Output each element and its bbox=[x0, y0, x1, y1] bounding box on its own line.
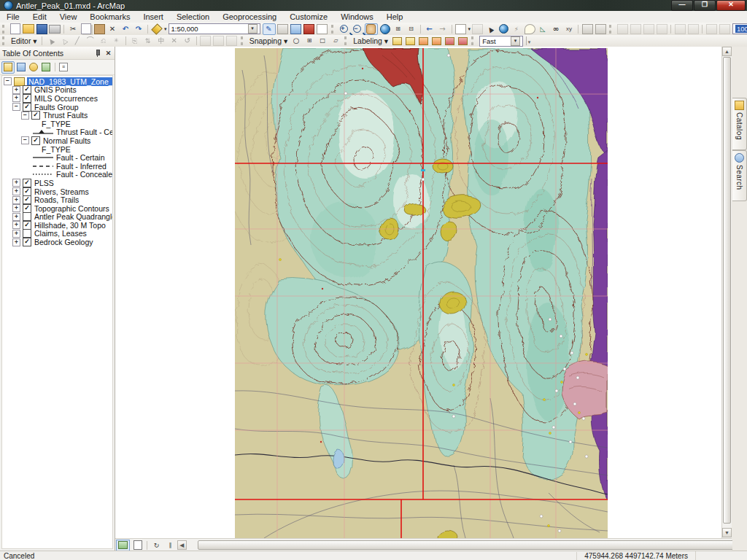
horizontal-scrollbar[interactable] bbox=[187, 540, 721, 551]
collapse-icon[interactable]: − bbox=[12, 103, 20, 111]
dataframe-label[interactable]: NAD_1983_UTM_Zone_11N bbox=[27, 77, 113, 86]
list-by-source-button[interactable] bbox=[15, 62, 27, 73]
delete-icon[interactable]: ✕ bbox=[107, 24, 118, 34]
clear-selection-button[interactable] bbox=[471, 24, 483, 34]
layer-checkbox[interactable] bbox=[23, 187, 31, 196]
sketch-properties-button[interactable] bbox=[213, 36, 225, 46]
magnifier-window-button[interactable] bbox=[595, 24, 606, 34]
layer-checkbox[interactable] bbox=[23, 212, 31, 221]
toc-symbol-fault-inferred[interactable]: Fault - Inferred bbox=[4, 162, 112, 171]
forward-extent-button[interactable]: → bbox=[437, 24, 449, 34]
layout-zoom-percent-combo[interactable]: 100% ▾ bbox=[732, 23, 747, 34]
go-to-xy-button[interactable]: xy bbox=[563, 24, 575, 34]
new-document-button[interactable] bbox=[9, 24, 21, 34]
layer-checkbox[interactable] bbox=[23, 179, 31, 187]
layout-toggle-draft-button[interactable] bbox=[705, 24, 717, 34]
layout-zoom-whole-page-button[interactable] bbox=[656, 24, 667, 34]
menu-geoprocessing[interactable]: Geoprocessing bbox=[216, 12, 283, 21]
html-popup-button[interactable] bbox=[524, 24, 535, 34]
label-priority-button[interactable] bbox=[404, 36, 416, 46]
point-midpoint-button[interactable]: ✳ bbox=[111, 36, 123, 46]
reshape-button[interactable]: ⎘ bbox=[129, 36, 141, 46]
labeling-menu-button[interactable]: Labeling ▾ bbox=[351, 36, 390, 45]
zoom-out-button[interactable]: − bbox=[352, 24, 363, 34]
expand-icon[interactable]: + bbox=[12, 179, 20, 187]
close-button[interactable]: ✕ bbox=[716, 0, 746, 11]
label-weight-button[interactable] bbox=[417, 36, 429, 46]
refresh-view-button[interactable]: ↻ bbox=[150, 540, 163, 551]
toc-layer-antler-peak-quadrangle[interactable]: +Antler Peak Quadrangle bbox=[4, 213, 112, 222]
editor-menu-button[interactable]: Editor ▾ bbox=[9, 36, 39, 45]
layout-fixed-zoom-in-button[interactable] bbox=[674, 24, 686, 34]
expand-icon[interactable]: + bbox=[12, 221, 20, 229]
undo-edit-button[interactable]: ↺ bbox=[182, 36, 193, 46]
python-window-button[interactable] bbox=[317, 24, 328, 34]
editor-toolbar-toggle[interactable]: ✎ bbox=[263, 23, 276, 35]
collapse-icon[interactable]: − bbox=[21, 136, 29, 144]
layout-fixed-zoom-out-button[interactable] bbox=[687, 24, 699, 34]
endpoint-arc-button[interactable]: ⌒ bbox=[85, 36, 96, 46]
expand-icon[interactable]: + bbox=[12, 196, 20, 204]
paste-button[interactable] bbox=[93, 24, 105, 34]
map-data-view[interactable]: ▲ ▼ ↻ ∥ ◀ ▶ bbox=[115, 47, 732, 551]
search-tab[interactable]: Search bbox=[732, 150, 747, 201]
lock-labels-button[interactable] bbox=[430, 36, 442, 46]
trace-button[interactable]: ⎌ bbox=[98, 36, 109, 46]
toc-layer-bedrock-geology[interactable]: +Bedrock Geology bbox=[4, 238, 112, 246]
measure-button[interactable]: ◺ bbox=[537, 24, 549, 34]
menu-selection[interactable]: Selection bbox=[170, 12, 216, 21]
viewer-window-button[interactable] bbox=[581, 24, 593, 34]
layer-checkbox[interactable] bbox=[31, 111, 40, 120]
redo-button[interactable]: ↷ bbox=[133, 24, 144, 34]
labeling-quality-combo[interactable]: Fast ▾ bbox=[479, 36, 523, 47]
print-button[interactable] bbox=[49, 24, 61, 34]
save-button[interactable] bbox=[36, 24, 47, 34]
layer-checkbox[interactable] bbox=[31, 136, 40, 145]
layout-zoom-in-button[interactable] bbox=[616, 24, 628, 34]
toc-symbol-fault-certain[interactable]: Fault - Certain bbox=[4, 153, 112, 162]
geologic-map-canvas[interactable] bbox=[235, 48, 608, 538]
attributes-button[interactable] bbox=[200, 36, 212, 46]
toc-symbol-fault-concealed[interactable]: Fault - Concealed bbox=[4, 171, 112, 179]
view-unplaced-button[interactable] bbox=[457, 36, 468, 46]
toc-layer-hillshade[interactable]: +Hillshade, 30 M Topo bbox=[4, 221, 112, 230]
menu-help[interactable]: Help bbox=[380, 12, 410, 21]
toc-layer-topographic-contours[interactable]: +Topographic Contours bbox=[4, 204, 112, 213]
toc-options-button[interactable]: ≡ bbox=[58, 62, 69, 73]
toolbar-grip[interactable] bbox=[609, 25, 614, 34]
menu-view[interactable]: View bbox=[53, 12, 84, 21]
model-builder-button[interactable] bbox=[290, 24, 302, 34]
toc-layer-faults-group[interactable]: −Faults Group bbox=[4, 103, 112, 112]
expand-icon[interactable]: + bbox=[12, 230, 20, 238]
zoom-in-button[interactable]: + bbox=[338, 24, 350, 34]
add-data-button[interactable] bbox=[151, 24, 163, 34]
table-options-button[interactable] bbox=[277, 24, 289, 34]
vertical-scroll-thumb[interactable] bbox=[723, 57, 731, 524]
add-data-dropdown[interactable]: ▾ bbox=[164, 26, 167, 32]
point-snapping-button[interactable]: ○ bbox=[290, 36, 302, 46]
minimize-button[interactable]: — bbox=[671, 0, 693, 11]
layout-view-button[interactable] bbox=[131, 540, 144, 551]
toc-layer-rivers-streams[interactable]: +Rivers, Streams bbox=[4, 187, 112, 196]
horizontal-scroll-thumb[interactable] bbox=[198, 540, 741, 550]
pin-icon[interactable] bbox=[94, 50, 101, 56]
pan-tool-button[interactable] bbox=[365, 23, 378, 35]
toolbar-grip[interactable] bbox=[2, 25, 7, 34]
undo-button[interactable]: ↶ bbox=[120, 24, 131, 34]
toc-dataframe-row[interactable]: − NAD_1983_UTM_Zone_11N bbox=[4, 77, 112, 86]
toolbar-grip[interactable] bbox=[2, 36, 7, 45]
expand-icon[interactable]: + bbox=[12, 213, 20, 221]
list-by-visibility-button[interactable] bbox=[28, 62, 39, 73]
layer-checkbox[interactable] bbox=[23, 94, 31, 103]
snapping-menu-button[interactable]: Snapping ▾ bbox=[247, 36, 290, 45]
vertical-scrollbar[interactable]: ▲ ▼ bbox=[721, 47, 732, 538]
toc-layer-claims-leases[interactable]: +Claims, Leases bbox=[4, 230, 112, 238]
menu-bookmarks[interactable]: Bookmarks bbox=[83, 12, 136, 21]
fixed-zoom-in-button[interactable]: ⊞ bbox=[392, 24, 404, 34]
toolbar-overflow-icon[interactable]: ▾ bbox=[526, 36, 532, 45]
layer-checkbox[interactable] bbox=[23, 204, 31, 213]
toc-layer-thrust-faults[interactable]: −Thrust Faults bbox=[4, 111, 112, 120]
layer-checkbox[interactable] bbox=[23, 238, 31, 246]
list-by-selection-button[interactable] bbox=[40, 62, 52, 73]
collapse-icon[interactable]: − bbox=[4, 77, 12, 85]
